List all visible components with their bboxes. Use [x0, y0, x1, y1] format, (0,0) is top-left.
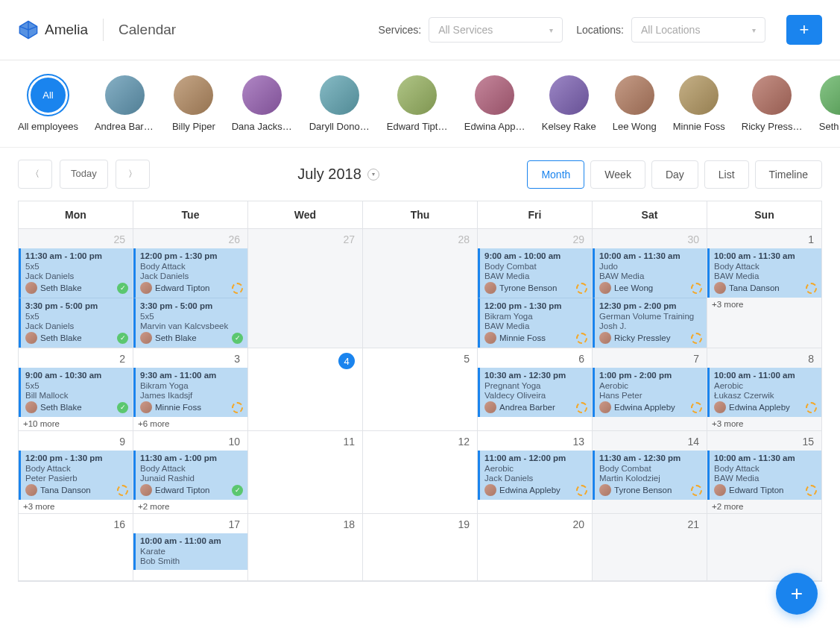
- day-number: 26: [133, 229, 247, 248]
- calendar-event[interactable]: 10:00 am - 11:30 amBody AttackBAW MediaT…: [707, 248, 821, 298]
- day-number: 9: [19, 431, 133, 451]
- calendar-event[interactable]: 11:30 am - 1:00 pm5x5Jack DanielsSeth Bl…: [19, 248, 133, 298]
- more-events-link[interactable]: +3 more: [707, 298, 821, 311]
- calendar-event[interactable]: 9:30 am - 11:00 amBikram YogaJames Ikads…: [133, 368, 247, 417]
- calendar-day[interactable]: 1510:00 am - 11:30 amBody AttackBAW Medi…: [707, 431, 821, 514]
- calendar-day[interactable]: 1411:30 am - 12:30 pmBody CombatMartin K…: [593, 431, 707, 514]
- logo[interactable]: Amelia: [18, 19, 88, 40]
- calendar-day[interactable]: 39:30 am - 11:00 amBikram YogaJames Ikad…: [133, 348, 248, 431]
- event-title: Body Combat: [484, 262, 587, 271]
- event-subtitle: Josh J.: [599, 321, 702, 330]
- more-events-link[interactable]: +3 more: [19, 500, 133, 513]
- repeat-icon: [576, 402, 587, 413]
- more-events-link[interactable]: +2 more: [707, 500, 821, 513]
- event-title: Body Attack: [140, 262, 243, 271]
- today-button[interactable]: Today: [60, 160, 108, 189]
- calendar-day[interactable]: 110:00 am - 11:30 amBody AttackBAW Media…: [707, 229, 821, 348]
- employee-filter[interactable]: Andrea Barber: [95, 75, 156, 132]
- employee-filter[interactable]: Lee Wong: [613, 75, 657, 132]
- calendar-event[interactable]: 3:30 pm - 5:00 pm5x5Marvin van Kalcvsbee…: [133, 298, 247, 348]
- calendar-grid: MonTueWedThuFriSatSun 2511:30 am - 1:00 …: [18, 201, 822, 582]
- calendar-day[interactable]: 1710:00 am - 11:00 amKarateBob Smith: [133, 514, 248, 581]
- event-time: 9:30 am - 11:00 am: [140, 371, 243, 380]
- more-events-link[interactable]: +3 more: [707, 417, 821, 430]
- locations-select[interactable]: All Locations ▾: [631, 17, 765, 43]
- calendar-day[interactable]: 71:00 pm - 2:00 pmAerobicHans PeterEdwin…: [593, 348, 707, 431]
- calendar-event[interactable]: 12:00 pm - 1:30 pmBody AttackJack Daniel…: [133, 248, 247, 298]
- calendar-day[interactable]: 19: [363, 514, 478, 581]
- calendar-day[interactable]: 4: [248, 348, 363, 431]
- repeat-icon: [232, 402, 243, 413]
- calendar-day[interactable]: 1311:00 am - 12:00 pmAerobicJack Daniels…: [478, 431, 593, 514]
- employee-name: Edward Tipton: [387, 121, 448, 132]
- event-footer: Edwina Appleby: [714, 401, 817, 413]
- calendar-event[interactable]: 12:00 pm - 1:30 pmBody AttackPeter Pasie…: [19, 451, 133, 500]
- view-timeline[interactable]: Timeline: [755, 160, 822, 189]
- prev-button[interactable]: 〈: [18, 160, 52, 189]
- chevron-down-icon: ▾: [549, 26, 553, 34]
- calendar-day[interactable]: 11: [248, 431, 363, 514]
- calendar-day[interactable]: 5: [363, 348, 478, 431]
- employee-filter[interactable]: Daryll Donov...: [309, 75, 370, 132]
- calendar-event[interactable]: 3:30 pm - 5:00 pm5x5Jack DanielsSeth Bla…: [19, 298, 133, 348]
- calendar-event[interactable]: 11:30 am - 12:30 pmBody CombatMartin Kol…: [593, 451, 707, 500]
- calendar-event[interactable]: 10:00 am - 11:00 amKarateBob Smith: [133, 533, 247, 570]
- view-week[interactable]: Week: [590, 160, 645, 189]
- calendar-event[interactable]: 10:30 am - 12:30 pmPregnant YogaValdecy …: [478, 368, 592, 417]
- event-subtitle: Bob Smith: [140, 556, 243, 565]
- calendar-event[interactable]: 10:00 am - 11:30 amBody AttackBAW MediaE…: [707, 451, 821, 500]
- add-button[interactable]: +: [786, 15, 822, 45]
- calendar-day[interactable]: 299:00 am - 10:00 amBody CombatBAW Media…: [478, 229, 593, 348]
- calendar-event[interactable]: 9:00 am - 10:30 am5x5Bill MallockSeth Bl…: [19, 368, 133, 417]
- calendar-day[interactable]: 2612:00 pm - 1:30 pmBody AttackJack Dani…: [133, 229, 248, 348]
- calendar-day[interactable]: 16: [19, 514, 133, 581]
- employee-filter[interactable]: Billy Piper: [172, 75, 215, 132]
- view-list[interactable]: List: [704, 160, 749, 189]
- calendar-day[interactable]: 3010:00 am - 11:30 amJudoBAW MediaLee Wo…: [593, 229, 707, 348]
- employee-filter[interactable]: Dana Jackson: [232, 75, 293, 132]
- day-number: 7: [593, 348, 707, 368]
- employee-filter[interactable]: Seth Blak: [819, 75, 840, 132]
- calendar-day[interactable]: 610:30 am - 12:30 pmPregnant YogaValdecy…: [478, 348, 593, 431]
- employee-filter[interactable]: Kelsey Rake: [542, 75, 596, 132]
- calendar-day[interactable]: 18: [248, 514, 363, 581]
- calendar-day[interactable]: 912:00 pm - 1:30 pmBody AttackPeter Pasi…: [19, 431, 133, 514]
- employee-filter[interactable]: Edward Tipton: [387, 75, 448, 132]
- employee-filter[interactable]: AllAll employees: [18, 75, 78, 132]
- calendar-day[interactable]: 28: [363, 229, 478, 348]
- calendar-event[interactable]: 9:00 am - 10:00 amBody CombatBAW MediaTy…: [478, 248, 592, 298]
- calendar-day[interactable]: 21: [593, 514, 707, 581]
- employee-filter[interactable]: Ricky Pressley: [742, 75, 803, 132]
- calendar-event[interactable]: 12:30 pm - 2:00 pmGerman Volume Training…: [593, 298, 707, 348]
- calendar-day[interactable]: 2511:30 am - 1:00 pm5x5Jack DanielsSeth …: [19, 229, 133, 348]
- calendar-day[interactable]: 1011:30 am - 1:00 pmBody AttackJunaid Ra…: [133, 431, 248, 514]
- view-day[interactable]: Day: [651, 160, 698, 189]
- calendar-day[interactable]: 12: [363, 431, 478, 514]
- day-number: 11: [248, 431, 362, 451]
- current-month[interactable]: July 2018 ▾: [297, 166, 379, 183]
- day-header: Mon: [19, 201, 133, 229]
- more-events-link[interactable]: +6 more: [133, 417, 247, 430]
- calendar-day[interactable]: 20: [478, 514, 593, 581]
- calendar-event[interactable]: 11:30 am - 1:00 pmBody AttackJunaid Rash…: [133, 451, 247, 500]
- calendar-event[interactable]: 10:00 am - 11:30 amJudoBAW MediaLee Wong: [593, 248, 707, 298]
- calendar-event[interactable]: 10:00 am - 11:00 amAerobicŁukasz Czerwik…: [707, 368, 821, 417]
- view-month[interactable]: Month: [527, 160, 584, 189]
- next-button[interactable]: 〉: [116, 160, 150, 189]
- more-events-link[interactable]: +2 more: [133, 500, 247, 513]
- calendar-day[interactable]: 27: [248, 229, 363, 348]
- calendar-day[interactable]: [707, 514, 821, 581]
- more-events-link[interactable]: +10 more: [19, 417, 133, 430]
- calendar-event[interactable]: 1:00 pm - 2:00 pmAerobicHans PeterEdwina…: [593, 368, 707, 417]
- calendar-day[interactable]: 29:00 am - 10:30 am5x5Bill MallockSeth B…: [19, 348, 133, 431]
- calendar-event[interactable]: 12:00 pm - 1:30 pmBikram YogaBAW MediaMi…: [478, 298, 592, 348]
- calendar-event[interactable]: 11:00 am - 12:00 pmAerobicJack DanielsEd…: [478, 451, 592, 500]
- calendar-day[interactable]: 810:00 am - 11:00 amAerobicŁukasz Czerwi…: [707, 348, 821, 431]
- employee-filter[interactable]: Minnie Foss: [673, 75, 725, 132]
- event-time: 12:00 pm - 1:30 pm: [484, 301, 587, 310]
- event-time: 10:00 am - 11:00 am: [140, 536, 243, 545]
- employee-filter[interactable]: Edwina Appl...: [464, 75, 525, 132]
- services-select[interactable]: All Services ▾: [429, 17, 563, 43]
- event-subtitle: BAW Media: [484, 272, 587, 280]
- event-title: Body Attack: [25, 464, 128, 473]
